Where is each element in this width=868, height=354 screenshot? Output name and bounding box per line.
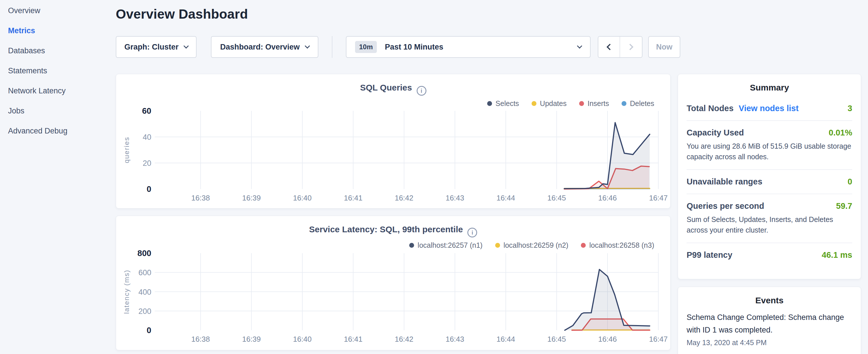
controls-bar: Graph: Cluster Dashboard: Overview 10m P… [116, 36, 680, 58]
summary-row-head: Unavailable ranges0 [687, 177, 852, 187]
dashboard-dropdown-label: Dashboard: Overview [220, 43, 300, 52]
service-latency-chart-card: Service Latency: SQL, 99th percentileilo… [116, 216, 671, 350]
y-tick-label: 400 [138, 288, 151, 296]
now-button[interactable]: Now [648, 36, 680, 58]
summary-row-head: Total NodesView nodes list3 [687, 104, 852, 113]
summary-row-head: P99 latency46.1 ms [687, 250, 852, 260]
chevron-left-icon [607, 44, 613, 51]
x-tick-label: 16:46 [598, 335, 617, 344]
events-panel: Events Schema Change Completed: Schema c… [678, 287, 861, 354]
view-nodes-list-link[interactable]: View nodes list [739, 104, 799, 113]
sql-queries-plot[interactable]: 020406016:3816:3916:4016:4116:4216:4316:… [116, 74, 671, 209]
summary-row-label: Queries per second [687, 201, 764, 211]
app-root: OverviewMetricsDatabasesStatementsNetwor… [0, 0, 868, 354]
sidebar-item-network-latency[interactable]: Network Latency [8, 81, 115, 101]
y-tick-label: 40 [143, 133, 151, 141]
y-tick-label: 20 [143, 159, 151, 167]
graph-dropdown[interactable]: Graph: Cluster [116, 36, 196, 58]
event-item[interactable]: Schema Change Completed: Schema change w… [687, 311, 852, 347]
summary-row-description: Sum of Selects, Updates, Inserts, and De… [687, 214, 852, 235]
sidebar-item-overview[interactable]: Overview [8, 1, 115, 21]
chevron-down-icon [305, 43, 310, 49]
sql-queries-chart-card: SQL QueriesiSelectsUpdatesInsertsDeletes… [116, 74, 671, 208]
x-tick-label: 16:45 [547, 335, 566, 344]
x-tick-label: 16:41 [344, 335, 363, 344]
x-tick-label: 16:39 [242, 194, 261, 202]
events-title: Events [678, 287, 861, 309]
controls-divider [332, 36, 333, 58]
summary-row-description: You are using 28.6 MiB of 515.9 GiB usab… [687, 141, 852, 162]
x-tick-label: 16:38 [191, 335, 210, 344]
summary-title: Summary [678, 74, 861, 97]
sidebar-item-statements[interactable]: Statements [8, 61, 115, 81]
y-axis-label: latency (ms) [123, 269, 130, 314]
series-area-localhost-26257-n1 [565, 269, 650, 330]
summary-row-queries-per-second: Queries per second59.7Sum of Selects, Up… [687, 194, 852, 243]
summary-panel: Summary Total NodesView nodes list3Capac… [678, 74, 861, 279]
y-tick-label: 200 [138, 307, 151, 316]
chevron-right-icon [627, 44, 633, 51]
chevron-down-icon [183, 43, 189, 49]
sidebar-item-jobs[interactable]: Jobs [8, 101, 115, 121]
page-title: Overview Dashboard [116, 6, 248, 22]
summary-row-label: Total Nodes [687, 104, 734, 113]
summary-row-capacity-used: Capacity Used0.01%You are using 28.6 MiB… [687, 120, 852, 169]
x-tick-label: 16:45 [547, 194, 566, 202]
summary-row-head: Capacity Used0.01% [687, 128, 852, 137]
chevron-down-icon [577, 43, 582, 49]
x-tick-label: 16:44 [496, 335, 515, 344]
sidebar-item-metrics[interactable]: Metrics [8, 21, 115, 41]
dashboard-dropdown[interactable]: Dashboard: Overview [211, 36, 318, 58]
x-tick-label: 16:40 [293, 194, 311, 202]
time-range-badge: 10m [355, 41, 377, 53]
time-next-button[interactable] [620, 37, 642, 57]
x-tick-label: 16:43 [445, 335, 464, 344]
series-area-selects [564, 123, 650, 189]
time-range-label: Past 10 Minutes [385, 43, 443, 52]
sidebar: OverviewMetricsDatabasesStatementsNetwor… [0, 0, 115, 354]
summary-row-label: P99 latency [687, 250, 733, 260]
event-message: Schema Change Completed: Schema change w… [687, 311, 847, 336]
time-range-selector[interactable]: 10m Past 10 Minutes [346, 36, 591, 58]
graph-dropdown-label: Graph: Cluster [124, 43, 179, 52]
summary-row-label: Unavailable ranges [687, 177, 762, 187]
summary-row-unavailable-ranges: Unavailable ranges0 [687, 169, 852, 194]
sidebar-item-advanced-debug[interactable]: Advanced Debug [8, 121, 115, 141]
x-tick-label: 16:41 [344, 194, 363, 202]
sidebar-nav-list: OverviewMetricsDatabasesStatementsNetwor… [0, 0, 115, 141]
events-body: Schema Change Completed: Schema change w… [678, 309, 861, 347]
summary-row-value: 0.01% [829, 128, 852, 137]
summary-row-value: 46.1 ms [822, 250, 852, 260]
y-axis-label: queries [123, 137, 130, 163]
y-tick-label: 800 [137, 249, 151, 258]
service-latency-sql-99th-percentile-plot[interactable]: 020040060080016:3816:3916:4016:4116:4216… [116, 216, 671, 351]
y-tick-label: 600 [138, 268, 151, 277]
time-pager [598, 36, 643, 58]
x-tick-label: 16:43 [445, 194, 464, 202]
x-tick-label: 16:42 [395, 194, 413, 202]
y-tick-label: 0 [147, 326, 151, 335]
y-tick-label: 60 [142, 106, 151, 116]
summary-body: Total NodesView nodes list3Capacity Used… [678, 97, 861, 267]
summary-row-label: Capacity Used [687, 128, 744, 137]
x-tick-label: 16:44 [496, 194, 515, 202]
summary-row-head: Queries per second59.7 [687, 201, 852, 211]
summary-row-value: 59.7 [836, 201, 852, 211]
event-timestamp: May 13, 2020 at 4:45 PM [687, 339, 852, 347]
summary-row-value: 3 [848, 104, 852, 113]
x-tick-label: 16:38 [191, 194, 210, 202]
y-tick-label: 0 [147, 185, 151, 194]
x-tick-label: 16:47 [649, 335, 668, 344]
summary-row-value: 0 [848, 177, 852, 187]
x-tick-label: 16:47 [649, 194, 668, 202]
summary-row-p99-latency: P99 latency46.1 ms [687, 243, 852, 267]
x-tick-label: 16:40 [293, 335, 311, 344]
x-tick-label: 16:46 [598, 194, 617, 202]
sidebar-item-databases[interactable]: Databases [8, 41, 115, 61]
summary-row-total-nodes: Total NodesView nodes list3 [687, 97, 852, 120]
x-tick-label: 16:42 [395, 335, 413, 344]
x-tick-label: 16:39 [242, 335, 261, 344]
time-prev-button[interactable] [598, 37, 620, 57]
